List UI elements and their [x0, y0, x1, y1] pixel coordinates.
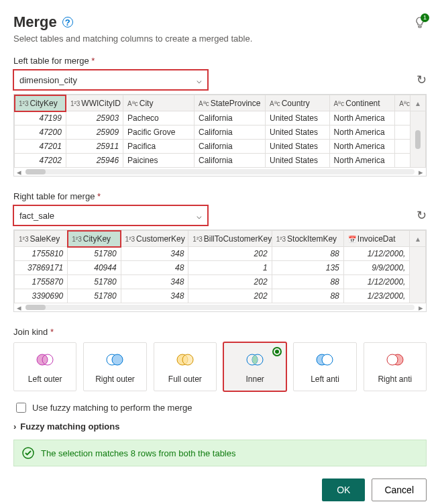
col-city[interactable]: AᴮcCity [123, 95, 195, 111]
refresh-icon[interactable]: ↻ [417, 72, 427, 87]
help-icon[interactable]: ? [62, 17, 73, 28]
join-right-outer[interactable]: Right outer [83, 342, 146, 391]
selected-radio-icon [272, 347, 282, 356]
join-left-outer[interactable]: Left outer [13, 342, 76, 391]
scroll-up-icon[interactable]: ▴ [410, 231, 426, 247]
refresh-icon[interactable]: ↻ [417, 208, 427, 223]
right-table-label: Right table for merge [13, 191, 427, 201]
col-customerkey[interactable]: 1²3CustomerKey [121, 231, 188, 247]
status-bar: The selection matches 8 rows from both t… [13, 440, 427, 466]
join-right-anti[interactable]: Right anti [364, 342, 427, 391]
fuzzy-checkbox-row[interactable]: Use fuzzy matching to perform the merge [13, 401, 427, 415]
col-stockitemkey[interactable]: 1²3StockItemKey [272, 231, 343, 247]
col-country[interactable]: AᴮcCountry [266, 95, 330, 111]
svg-point-13 [387, 354, 398, 365]
horizontal-scrollbar[interactable]: ◂▸ [14, 168, 426, 176]
col-more[interactable]: Aᴮc [395, 95, 410, 111]
chevron-down-icon: ⌵ [197, 211, 202, 221]
col-salekey[interactable]: 1²3SaleKey [15, 231, 68, 247]
join-left-anti[interactable]: Left anti [293, 342, 356, 391]
dialog-buttons: OK Cancel [13, 478, 427, 501]
status-message: The selection matches 8 rows from both t… [41, 448, 235, 458]
col-wwicityid[interactable]: 1²3WWICityID [66, 95, 123, 111]
dialog-header: Merge ? 1 [13, 13, 427, 34]
col-stateprovince[interactable]: AᴮcStateProvince [195, 95, 266, 111]
table-header-row: 1²3SaleKey 1²3CityKey 1²3CustomerKey 1²3… [15, 231, 426, 247]
fuzzy-expander-label: Fuzzy matching options [20, 421, 119, 432]
table-row: 175581051780348202881/12/2000, [15, 247, 426, 261]
scroll-up-icon[interactable]: ▴ [410, 95, 426, 111]
join-full-outer[interactable]: Full outer [154, 342, 217, 391]
col-continent[interactable]: AᴮcContinent [329, 95, 395, 111]
success-check-icon [22, 447, 34, 459]
table-row: 4719925903PachecoCaliforniaUnited States… [15, 111, 426, 125]
table-row: 4720125911PacificaCaliforniaUnited State… [15, 140, 426, 154]
fuzzy-options-expander[interactable]: › Fuzzy matching options [13, 421, 427, 432]
dialog-title: Merge ? [13, 13, 73, 31]
col-invoicedate[interactable]: 📅InvoiceDat [343, 231, 410, 247]
table-row: 175587051780348202881/12/2000, [15, 275, 426, 289]
table-row: 339069051780348202881/23/2000, [15, 289, 426, 303]
title-text: Merge [13, 13, 57, 31]
col-billtocustomerkey[interactable]: 1²3BillToCustomerKey [188, 231, 272, 247]
svg-point-11 [322, 354, 333, 365]
fuzzy-checkbox[interactable] [16, 403, 26, 413]
right-table-preview: 1²3SaleKey 1²3CityKey 1²3CustomerKey 1²3… [13, 230, 427, 312]
left-dropdown-value: dimension_city [19, 75, 77, 85]
table-row: 4720025909Pacific GroveCaliforniaUnited … [15, 125, 426, 140]
table-header-row: 1²3CityKey 1²3WWICityID AᴮcCity AᴮcState… [15, 95, 426, 111]
horizontal-scrollbar[interactable]: ◂▸ [14, 303, 426, 311]
col-citykey[interactable]: 1²3CityKey [68, 231, 121, 247]
join-inner[interactable]: Inner [223, 342, 286, 391]
dialog-subtitle: Select tables and matching columns to cr… [13, 34, 427, 44]
chevron-right-icon: › [13, 421, 16, 432]
suggestions-icon[interactable]: 1 [413, 16, 427, 32]
vertical-scrollbar[interactable] [410, 111, 426, 168]
left-table-label: Left table for merge [13, 56, 427, 66]
left-table-preview: 1²3CityKey 1²3WWICityID AᴮcCity AᴮcState… [13, 94, 427, 177]
chevron-down-icon: ⌵ [197, 75, 202, 85]
col-citykey[interactable]: 1²3CityKey [15, 95, 66, 111]
right-dropdown-value: fact_sale [19, 211, 54, 221]
left-table-dropdown[interactable]: dimension_city ⌵ [13, 70, 208, 90]
join-kind-options: Left outer Right outer Full outer Inner … [13, 342, 427, 391]
table-row: 37869171409444811359/9/2000, [15, 261, 426, 275]
table-row: 4720225946PaicinesCaliforniaUnited State… [15, 154, 426, 168]
vertical-scrollbar[interactable] [410, 247, 426, 303]
notification-badge: 1 [421, 13, 429, 22]
fuzzy-checkbox-label: Use fuzzy matching to perform the merge [32, 403, 192, 413]
right-table-dropdown[interactable]: fact_sale ⌵ [13, 205, 208, 225]
svg-point-5 [182, 354, 193, 365]
join-kind-label: Join kind [13, 327, 427, 337]
ok-button[interactable]: OK [322, 478, 365, 501]
svg-point-3 [112, 354, 123, 365]
cancel-button[interactable]: Cancel [372, 478, 427, 501]
